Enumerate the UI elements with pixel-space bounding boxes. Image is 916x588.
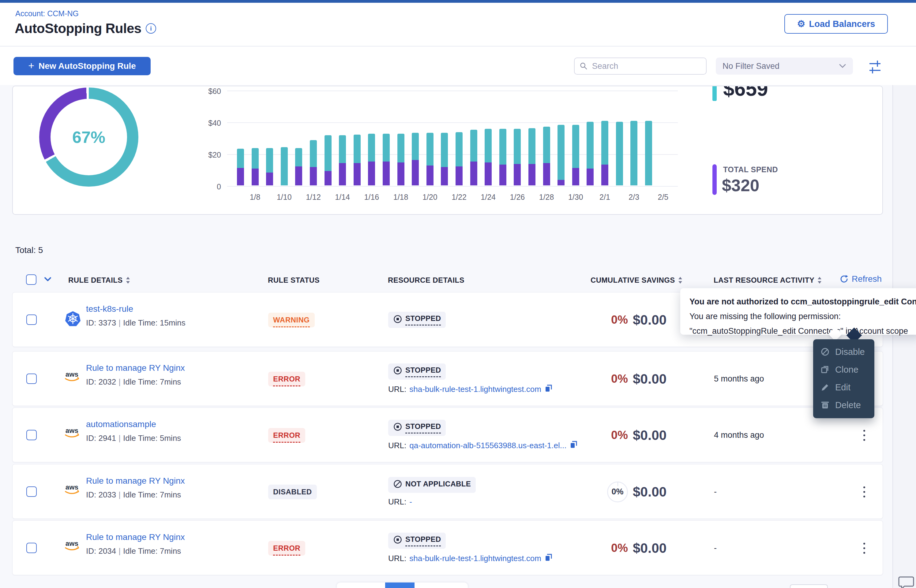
edit-icon — [821, 383, 830, 392]
bar-1/12 — [310, 140, 317, 186]
bar-1/16 — [368, 134, 375, 186]
bar-1/28 — [543, 127, 550, 186]
saved-filter-dropdown[interactable]: No Filter Saved — [716, 58, 853, 75]
select-menu-chevron-icon[interactable] — [44, 276, 52, 283]
rule-name-link[interactable]: Rule to manage RY Nginx — [86, 476, 185, 486]
gridline — [227, 90, 678, 91]
column-header-rule-details[interactable]: RULE DETAILS — [68, 276, 130, 284]
row-actions-kebab-icon[interactable] — [855, 464, 874, 519]
row-actions-kebab-icon[interactable] — [855, 521, 874, 575]
table-row: aws Rule to manage RY Nginx ID: 2033|Idl… — [12, 464, 883, 519]
row-checkbox[interactable] — [26, 373, 37, 384]
new-rule-label: New AutoStopping Rule — [39, 61, 136, 71]
info-icon[interactable]: i — [146, 23, 156, 34]
rule-name-link[interactable]: Rule to manage RY Nginx — [86, 532, 185, 542]
column-header-rule-status: RULE STATUS — [268, 276, 320, 284]
copy-icon[interactable] — [544, 553, 553, 564]
total-spend-accent-bar — [712, 164, 717, 195]
tooltip-line: "ccm_autoStoppingRule_edit Connectors" i… — [689, 324, 913, 338]
row-checkbox[interactable] — [26, 486, 37, 497]
rule-status-badge: ERROR — [268, 428, 305, 443]
column-header-cumulative-savings[interactable]: CUMULATIVE SAVINGS — [591, 276, 682, 284]
resource-state-chip: NOT APPLICABLE — [388, 477, 476, 493]
load-balancers-button[interactable]: ⚙ Load Balancers — [784, 14, 888, 34]
menu-item-delete[interactable]: Delete — [813, 396, 874, 414]
total-count-label: Total: 5 — [15, 246, 43, 255]
stopped-icon — [393, 422, 402, 431]
resource-url-link[interactable]: sha-bulk-rule-test-1.lightwingtest.com — [409, 554, 541, 563]
cumulative-savings-percent: 0% — [576, 521, 628, 575]
aws-icon: aws — [64, 539, 82, 552]
row-context-menu: Disable Clone Edit Delete — [813, 339, 874, 418]
page-title: AutoStopping Rules i — [15, 21, 156, 36]
rule-id-idle-time: ID: 2034|Idle Time: 7mins — [86, 546, 185, 556]
disable-icon — [821, 347, 830, 356]
plus-icon: + — [28, 60, 34, 71]
search-input[interactable] — [591, 61, 701, 71]
bar-1/20 — [426, 133, 434, 186]
resource-url-link[interactable]: qa-automation-alb-515563988.us-east-1.el… — [409, 441, 566, 450]
bar-2/2 — [616, 122, 623, 186]
copy-icon[interactable] — [544, 384, 553, 395]
resource-state-chip: STOPPED — [388, 312, 446, 328]
sort-icon — [126, 276, 130, 284]
resource-url-link[interactable]: sha-bulk-rule-test-1.lightwingtest.com — [409, 384, 541, 394]
total-spend-value: $320 — [722, 176, 759, 195]
row-checkbox[interactable] — [26, 543, 37, 553]
x-axis-tick: 1/28 — [539, 193, 554, 202]
resource-url-line: URL:qa-automation-alb-515563988.us-east-… — [388, 440, 578, 451]
svg-text:aws: aws — [66, 427, 78, 435]
resource-url-link[interactable]: - — [409, 497, 412, 507]
bottom-partial-button[interactable] — [790, 584, 828, 588]
provider-icon: aws — [63, 539, 83, 552]
aws-icon: aws — [64, 483, 82, 496]
row-checkbox[interactable] — [26, 430, 37, 440]
refresh-button[interactable]: Refresh — [840, 274, 882, 284]
gear-icon: ⚙ — [797, 19, 806, 29]
cumulative-savings-amount: $0.00 — [633, 352, 667, 406]
rule-name-link[interactable]: automationsample — [86, 420, 181, 429]
top-accent-bar — [0, 0, 916, 3]
bar-1/22 — [456, 132, 463, 186]
menu-item-edit[interactable]: Edit — [813, 378, 874, 396]
kubernetes-icon — [65, 311, 81, 327]
aws-icon: aws — [64, 370, 82, 383]
load-balancers-label: Load Balancers — [809, 19, 875, 29]
tooltip-line: You are missing the following permission… — [689, 309, 913, 324]
aws-icon: aws — [64, 426, 82, 439]
row-checkbox[interactable] — [26, 315, 37, 325]
permission-tooltip: You are not authorized to ccm_autostoppi… — [680, 288, 916, 335]
donut-percentage-label: 67% — [39, 87, 138, 187]
x-axis-tick: 2/3 — [628, 193, 639, 202]
rule-name-link[interactable]: test-k8s-rule — [86, 304, 186, 314]
search-input-wrapper — [574, 58, 707, 75]
filter-sliders-icon[interactable] — [869, 59, 881, 76]
select-all-checkbox[interactable] — [26, 275, 36, 285]
bar-1/18 — [397, 134, 405, 186]
x-axis-tick: 2/5 — [658, 193, 668, 202]
x-axis-tick: 1/10 — [277, 193, 292, 202]
resource-url-line: URL:sha-bulk-rule-test-1.lightwingtest.c… — [388, 384, 553, 395]
bar-1/14 — [339, 135, 346, 186]
rule-name-link[interactable]: Rule to manage RY Nginx — [86, 363, 185, 373]
chat-bubble-icon[interactable] — [898, 575, 914, 588]
column-header-last-resource-activity[interactable]: LAST RESOURCE ACTIVITY — [714, 276, 822, 284]
stopped-icon — [393, 315, 402, 324]
cumulative-savings-percent: 0% — [576, 464, 628, 519]
stopped-icon — [393, 535, 402, 544]
total-savings-accent-bar — [712, 86, 717, 101]
cumulative-savings-amount: $0.00 — [633, 464, 667, 519]
bar-1/19 — [412, 133, 419, 186]
last-resource-activity: 5 months ago — [714, 352, 764, 406]
pagination-active-page[interactable] — [385, 583, 414, 588]
cumulative-savings-amount: $0.00 — [633, 292, 667, 347]
menu-item-disable[interactable]: Disable — [813, 343, 874, 361]
account-breadcrumb[interactable]: Account: CCM-NG — [15, 9, 79, 18]
column-header-resource-details: RESOURCE DETAILS — [388, 276, 464, 284]
svg-text:aws: aws — [66, 370, 78, 378]
bar-1/30 — [572, 125, 579, 186]
new-autostopping-rule-button[interactable]: + New AutoStopping Rule — [13, 57, 151, 75]
clone-icon — [821, 365, 830, 374]
x-axis-tick: 1/24 — [481, 193, 496, 202]
menu-item-clone[interactable]: Clone — [813, 361, 874, 378]
